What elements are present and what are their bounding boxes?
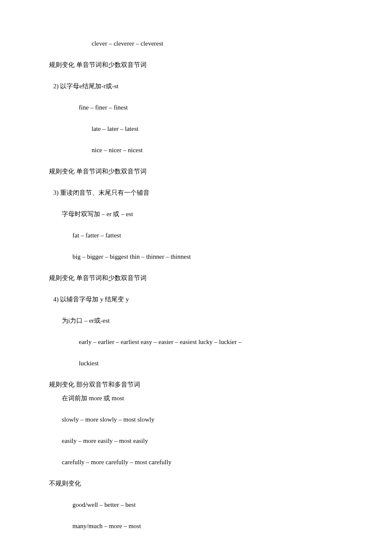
- text-line: 2) 以字母e结尾加-r或-st: [49, 81, 343, 91]
- text-line: 字母时双写加 – er 或 – est: [49, 209, 343, 219]
- text-line: big – bigger – biggest thin – thinner – …: [49, 251, 343, 262]
- text-line: slowly – more slowly – most slowly: [49, 414, 343, 425]
- text-line: 3) 重读闭音节、末尾只有一个辅音: [49, 188, 343, 198]
- text-line: fine – finer – finest: [49, 102, 343, 113]
- text-line: easily – more easily – most easily: [49, 436, 343, 446]
- text-line: 为i力口 – er或-est: [49, 315, 343, 326]
- text-line: fat – fatter – fattest: [49, 230, 343, 240]
- text-line: 不规则变化: [49, 478, 343, 489]
- text-line: late – later – latest: [49, 124, 343, 134]
- text-line: 在词前加 more 或 most: [49, 393, 343, 403]
- text-line: luckiest: [49, 358, 343, 368]
- text-line: 规则变化 单音节词和少数双音节词: [49, 273, 343, 283]
- text-line: 规则变化 单音节词和少数双音节词: [49, 166, 343, 176]
- text-line: carefully – more carefully – most carefu…: [49, 457, 343, 467]
- document-page: clever – cleverer – cleverest规则变化 单音节词和少…: [0, 0, 392, 555]
- text-line: 4) 以辅音字母加 y 结尾变 y: [49, 294, 343, 304]
- text-line: nice – nicer – nicest: [49, 145, 343, 155]
- text-line: early – earlier – earliest easy – easier…: [49, 337, 343, 347]
- text-line: many/much – more – most: [49, 521, 343, 531]
- text-line: good/well – better – best: [49, 500, 343, 510]
- text-line: clever – cleverer – cleverest: [49, 38, 343, 49]
- text-line: 规则变化 单音节词和少数双音节词: [49, 60, 343, 70]
- text-line: 规则变化 部分双音节和多音节词: [49, 379, 343, 390]
